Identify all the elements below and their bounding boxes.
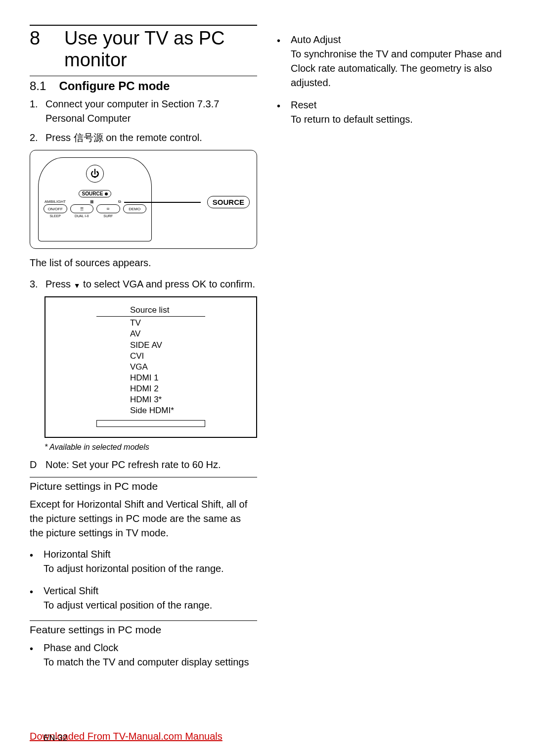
section-title: Configure PC mode (59, 79, 170, 93)
phaseclock-content: Phase and Clock To match the TV and comp… (44, 641, 257, 669)
bullet-autoadjust: • Auto Adjust To synchronise the TV and … (277, 33, 504, 90)
bullet-reset: • Reset To return to default settings. (277, 98, 504, 127)
phaseclock-term: Phase and Clock (44, 641, 257, 655)
autoadjust-content: Auto Adjust To synchronise the TV and co… (291, 33, 504, 90)
remote-label-row: AMBILIGHT ▦ ⧉ (39, 197, 151, 204)
picture-para: Except for Horizontal Shift and Vertical… (30, 497, 257, 540)
chapter-header: 8 Use your TV as PC monitor (30, 28, 257, 71)
autoadj-d2: rate automatically. The geometry is also… (291, 63, 492, 88)
source-item-tv: TV (96, 318, 205, 329)
source-item-vga: VGA (96, 362, 205, 373)
source-list-scrollbar (96, 420, 205, 427)
step-3-mid: to select VGA and press (81, 279, 192, 289)
step-1-suffix: Personal Computer (45, 113, 131, 124)
note-icon: D (30, 458, 39, 472)
reset-desc: To return to default settings. (291, 114, 413, 125)
page-number: EN-32 (44, 733, 67, 743)
remote-label-row-2: SLEEP DUAL I-II SURF (39, 213, 151, 218)
step-1-number: 1. (30, 97, 41, 126)
source-list-figure: Source list TV AV SIDE AV CVI VGA HDMI 1… (44, 296, 257, 438)
note-content: Note: Set your PC refresh rate to 60 Hz. (45, 458, 221, 472)
reset-term: Reset (291, 98, 504, 112)
bullet-dot-icon: • (30, 641, 35, 669)
phaseclock-desc: To match the TV and computer display set… (44, 657, 249, 667)
and-text: and (72, 642, 93, 653)
source-list-title: Source list (96, 305, 205, 317)
power-icon: ⏻ (86, 165, 104, 183)
source-dot-icon (105, 192, 108, 195)
ambilight-label: AMBILIGHT (44, 199, 66, 204)
remote-body: ⏻ SOURCE AMBILIGHT ▦ ⧉ ON/OFF ☰ ⧈ DEMO S… (38, 157, 152, 241)
step-1-prefix: Connect your computer in (45, 98, 162, 109)
dual-label: DUAL I-II (70, 214, 94, 218)
format-icon: ⧉ (118, 199, 121, 204)
rule-feature-top (30, 620, 257, 621)
rule-chapter-top (30, 25, 257, 26)
grid-icon: ▦ (90, 199, 94, 204)
surf-label: SURF (96, 214, 120, 218)
bullet-dot-icon: • (277, 98, 282, 127)
demo-button: DEMO (123, 204, 147, 213)
step-2: 2. Press 信号源 on the remote control. (30, 131, 257, 145)
step-3-ok: OK (192, 279, 206, 289)
vshift-desc: To adjust vertical position of the range… (44, 600, 212, 611)
remote-diagram: ⏻ SOURCE AMBILIGHT ▦ ⧉ ON/OFF ☰ ⧈ DEMO S… (30, 150, 257, 249)
step-2-prefix: Press (45, 132, 74, 143)
chapter-title: Use your TV as PC monitor (64, 28, 257, 71)
source-item-cvi: CVI (96, 351, 205, 362)
step-3: 3. Press ▼ to select VGA and press OK to… (30, 277, 257, 291)
remote-button-row: ON/OFF ☰ ⧈ DEMO (39, 204, 151, 213)
sleep-label: SLEEP (44, 214, 67, 218)
bullet-dot-icon: • (30, 584, 35, 613)
hshift-desc: To adjust horizontal position of the ran… (44, 563, 224, 574)
callout-line (124, 202, 201, 203)
configure-steps-cont: 3. Press ▼ to select VGA and press OK to… (30, 277, 257, 291)
step-3-prefix: Press (45, 279, 74, 289)
step-2-cjk: 信号源 (74, 132, 103, 143)
hshift-content: Horizontal Shift To adjust horizontal po… (44, 547, 257, 576)
source-pill: SOURCE (79, 190, 112, 197)
settings-icon: ⧈ (96, 204, 120, 213)
note-row: D Note: Set your PC refresh rate to 60 H… (30, 458, 257, 472)
picture-bullets: • Horizontal Shift To adjust horizontal … (30, 547, 257, 613)
source-item-sideav: SIDE AV (96, 340, 205, 351)
step-3-number: 3. (30, 277, 41, 291)
feature-heading: Feature settings in PC mode (30, 624, 257, 636)
note-text: Set your PC refresh rate to 60 Hz. (69, 459, 221, 470)
section-number: 8.1 (30, 79, 46, 93)
bullet-dot-icon: • (277, 33, 282, 90)
list-icon: ☰ (70, 204, 94, 213)
step-2-body: Press 信号源 on the remote control. (45, 131, 257, 145)
source-pill-label: SOURCE (82, 191, 103, 196)
source-callout: SOURCE (207, 196, 250, 208)
vshift-term: Vertical Shift (44, 584, 257, 598)
autoadj-clock: Clock (291, 63, 315, 74)
hshift-term: Horizontal Shift (44, 547, 257, 562)
step-3-body: Press ▼ to select VGA and press OK to co… (45, 277, 257, 291)
bullet-hshift: • Horizontal Shift To adjust horizontal … (30, 547, 257, 576)
bullet-vshift: • Vertical Shift To adjust vertical posi… (30, 584, 257, 613)
source-item-hdmi1: HDMI 1 (96, 373, 205, 383)
step-3-end: to confirm. (206, 279, 255, 289)
source-item-sidehdmi: Side HDMI* (96, 405, 205, 416)
rule-picture-top (30, 477, 257, 477)
rule-section-top (30, 76, 257, 76)
source-list-inner: Source list TV AV SIDE AV CVI VGA HDMI 1… (96, 305, 205, 427)
section-header: 8.1 Configure PC mode (30, 79, 257, 93)
picture-heading: Picture settings in PC mode (30, 480, 257, 492)
step-1: 1. Connect your computer in Section 7.3.… (30, 97, 257, 126)
source-item-hdmi3: HDMI 3* (96, 394, 205, 405)
note-label: Note: (45, 459, 69, 470)
after-remote-text: The list of sources appears. (30, 256, 257, 270)
feature-bullets-right: • Auto Adjust To synchronise the TV and … (277, 33, 504, 127)
step-1-body: Connect your computer in Section 7.3.7 P… (45, 97, 257, 126)
clock-term: Clock (93, 642, 118, 653)
feature-bullets-left: • Phase and Clock To match the TV and co… (30, 641, 257, 669)
step-1-secref: Section 7.3.7 (162, 98, 220, 109)
autoadj-d1: To synchronise the TV and computer Phase… (291, 48, 502, 59)
source-item-hdmi2: HDMI 2 (96, 383, 205, 394)
step-2-suffix: on the remote control. (103, 132, 202, 143)
bullet-dot-icon: • (30, 547, 35, 576)
phase-term: Phase (44, 642, 72, 653)
chapter-number: 8 (30, 28, 44, 49)
